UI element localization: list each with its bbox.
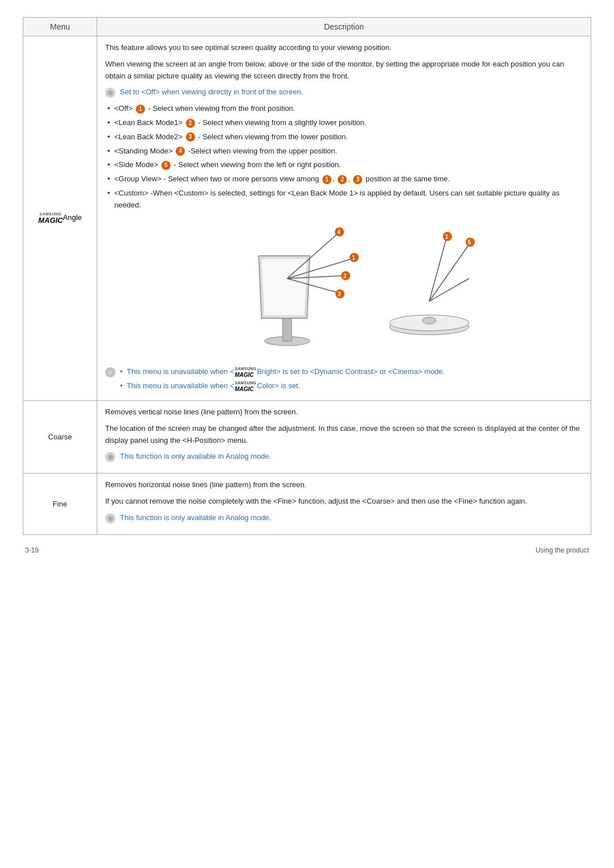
note-icon-fine: ◎ xyxy=(105,513,115,524)
fine-note: ◎ This function is only available in Ana… xyxy=(105,512,583,524)
angle-note-text: Set to <Off> when viewing directly in fr… xyxy=(120,86,303,98)
svg-text:1: 1 xyxy=(352,255,355,261)
circle-3: 3 xyxy=(186,132,195,142)
svg-text:5: 5 xyxy=(468,239,471,246)
circle-4: 4 xyxy=(176,147,185,156)
footer-page: 3-19 xyxy=(25,546,39,554)
svg-text:3: 3 xyxy=(338,291,341,297)
desc-cell-fine: Removes horizontal noise lines (line pat… xyxy=(97,474,591,534)
warn-icon-1: ◎ xyxy=(105,367,115,377)
angle-desc-1: This feature allows you to see optimal s… xyxy=(105,42,583,54)
note-icon-1: ◎ xyxy=(105,88,115,98)
angle-warnings: ◎ This menu is unavailable when <SAMSUNG… xyxy=(105,366,583,394)
circle-5: 5 xyxy=(161,161,171,170)
bullet-lean1: <Lean Back Mode1> 2 - Select when viewin… xyxy=(105,117,583,129)
coarse-label: Coarse xyxy=(48,433,72,441)
warn-bullet-list: This menu is unavailable when <SAMSUNGMA… xyxy=(119,366,445,394)
angle-desc-2: When viewing the screen at an angle from… xyxy=(105,59,583,82)
svg-line-22 xyxy=(429,244,469,301)
menu-cell-coarse: Coarse xyxy=(23,400,97,473)
svg-text:2: 2 xyxy=(343,273,347,279)
warn-bullet-1: This menu is unavailable when <SAMSUNGMA… xyxy=(119,366,445,378)
circle-1: 1 xyxy=(136,105,145,114)
footer: 3-19 Using the product xyxy=(23,546,591,554)
angle-bullet-list: <Off> 1 - Select when viewing from the f… xyxy=(105,103,583,211)
circle-g1: 1 xyxy=(322,175,331,184)
monitor-right xyxy=(389,315,469,335)
note-icon-coarse: ◎ xyxy=(105,452,115,462)
fine-desc-2: If you cannot remove the noise completel… xyxy=(105,496,583,508)
bullet-lean2: <Lean Back Mode2> 3 - Select when viewin… xyxy=(105,131,583,143)
samsung-label: SAMSUNG xyxy=(38,212,63,216)
fine-label: Fine xyxy=(53,500,67,508)
coarse-note: ◎ This function is only available in Ana… xyxy=(105,451,583,463)
footer-section: Using the product xyxy=(536,546,589,554)
angle-diagram: 4 1 2 3 xyxy=(105,222,583,356)
angle-text: Angle xyxy=(63,213,82,222)
fine-note-text: This function is only available in Analo… xyxy=(120,512,271,524)
samsung-magic-angle-label: SAMSUNG MAGIC xyxy=(38,212,63,225)
header-menu: Menu xyxy=(23,18,97,36)
menu-cell-angle: SAMSUNG MAGIC Angle xyxy=(23,36,97,401)
bullet-off: <Off> 1 - Select when viewing from the f… xyxy=(105,103,583,115)
bullet-group: <Group View> - Select when two or more p… xyxy=(105,173,583,185)
circle-g3: 3 xyxy=(353,175,362,184)
coarse-desc-2: The location of the screen may be change… xyxy=(105,423,583,447)
svg-rect-1 xyxy=(283,318,292,341)
magic-label: MAGIC xyxy=(38,216,63,225)
svg-point-18 xyxy=(422,317,436,324)
angle-svg: 4 1 2 3 xyxy=(208,222,480,352)
circle-g2: 2 xyxy=(338,175,347,184)
bullet-custom: <Custom> -When <Custom> is selected, set… xyxy=(105,188,583,211)
bullet-standing: <Standing Mode> 4 -Select when viewing f… xyxy=(105,146,583,157)
samsung-magic-color-label: SAMSUNGMAGIC xyxy=(235,381,256,392)
header-description: Description xyxy=(97,18,591,36)
fine-desc-1: Removes horizontal noise lines (line pat… xyxy=(105,479,583,491)
svg-line-25 xyxy=(429,279,469,301)
svg-text:1: 1 xyxy=(445,234,449,240)
table-row: Coarse Removes vertical noise lines (lin… xyxy=(23,400,591,473)
svg-line-19 xyxy=(429,239,446,301)
coarse-desc-1: Removes vertical noise lines (line patte… xyxy=(105,406,583,418)
desc-cell-angle: This feature allows you to see optimal s… xyxy=(97,36,591,401)
warning-row-1: ◎ This menu is unavailable when <SAMSUNG… xyxy=(105,366,583,394)
warn-bullet-2: This menu is unavailable when <SAMSUNGMA… xyxy=(119,380,445,392)
angle-note: ◎ Set to <Off> when viewing directly in … xyxy=(105,86,583,98)
desc-cell-coarse: Removes vertical noise lines (line patte… xyxy=(97,400,591,473)
table-row: SAMSUNG MAGIC Angle This feature allows … xyxy=(23,36,591,401)
circle-2: 2 xyxy=(186,119,195,128)
table-row: Fine Removes horizontal noise lines (lin… xyxy=(23,474,591,534)
coarse-note-text: This function is only available in Analo… xyxy=(120,451,271,463)
bullet-side: <Side Mode> 5 - Select when viewing from… xyxy=(105,159,583,171)
page-wrapper: Menu Description SAMSUNG MAGIC Angle Thi… xyxy=(23,17,591,554)
samsung-magic-bright-label: SAMSUNGMAGIC xyxy=(235,367,256,378)
monitor-left xyxy=(259,256,310,346)
svg-text:4: 4 xyxy=(337,229,341,235)
menu-cell-fine: Fine xyxy=(23,474,97,534)
main-table: Menu Description SAMSUNG MAGIC Angle Thi… xyxy=(23,17,591,535)
